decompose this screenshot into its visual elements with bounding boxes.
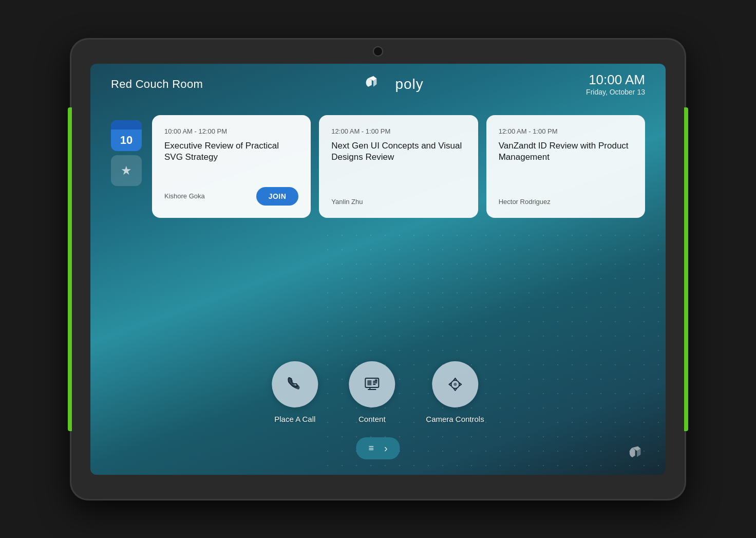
- favorites-icon[interactable]: ★: [111, 155, 142, 186]
- meeting-organizer-0: Kishore Goka: [164, 192, 205, 200]
- meeting-card-0: 10:00 AM - 12:00 PM Executive Review of …: [152, 115, 311, 218]
- meeting-organizer-1: Yanlin Zhu: [331, 198, 363, 206]
- camera-move-icon: [446, 375, 464, 394]
- action-buttons-container: Place A Call Content: [272, 361, 484, 423]
- content-label: Content: [358, 415, 386, 423]
- calendar-body: 10: [111, 129, 142, 151]
- place-a-call-circle: [272, 361, 318, 407]
- meeting-cards-container: 10:00 AM - 12:00 PM Executive Review of …: [152, 115, 645, 218]
- calendar-day-number: 10: [120, 134, 133, 147]
- header: Red Couch Room poly 10:00 AM Friday, Oct…: [90, 64, 666, 105]
- screen: Red Couch Room poly 10:00 AM Friday, Oct…: [90, 64, 666, 475]
- content-share-icon: [363, 375, 381, 394]
- date-display: Friday, October 13: [586, 88, 645, 96]
- phone-icon: [286, 375, 304, 394]
- meeting-footer-2: Hector Rodriguez: [499, 198, 633, 206]
- meeting-title-2: VanZandt ID Review with Product Manageme…: [499, 140, 633, 163]
- meeting-title-1: Next Gen UI Concepts and Visual Designs …: [331, 140, 465, 163]
- room-name: Red Couch Room: [111, 78, 203, 91]
- meeting-footer-1: Yanlin Zhu: [331, 198, 465, 206]
- meeting-time-0: 10:00 AM - 12:00 PM: [164, 127, 298, 135]
- camera-controls-action[interactable]: Camera Controls: [426, 361, 484, 423]
- place-a-call-action[interactable]: Place A Call: [272, 361, 318, 423]
- menu-icon[interactable]: ≡: [368, 443, 374, 454]
- content-circle: [349, 361, 395, 407]
- meeting-card-1: 12:00 AM - 1:00 PM Next Gen UI Concepts …: [319, 115, 478, 218]
- time-display: 10:00 AM: [586, 72, 645, 88]
- meeting-footer-0: Kishore Goka JOIN: [164, 187, 298, 206]
- meeting-organizer-2: Hector Rodriguez: [499, 198, 551, 206]
- calendar-header-bar: [111, 120, 142, 129]
- poly-watermark: [629, 446, 647, 462]
- camera: [373, 46, 383, 57]
- place-a-call-label: Place A Call: [274, 415, 315, 423]
- bottom-bar: ≡ ›: [356, 437, 400, 459]
- calendar-sidebar: 10 ★: [111, 120, 144, 186]
- poly-brand-text: poly: [395, 76, 423, 92]
- camera-controls-circle: [432, 361, 478, 407]
- calendar-icon[interactable]: 10: [111, 120, 142, 151]
- meeting-time-2: 12:00 AM - 1:00 PM: [499, 127, 633, 135]
- poly-logo-icon: [365, 76, 390, 92]
- time-area: 10:00 AM Friday, October 13: [586, 72, 645, 96]
- svg-point-4: [453, 383, 457, 386]
- chevron-icon[interactable]: ›: [384, 442, 388, 454]
- poly-watermark-icon: [629, 446, 647, 460]
- device-frame: Red Couch Room poly 10:00 AM Friday, Oct…: [70, 38, 686, 500]
- meeting-title-0: Executive Review of Practical SVG Strate…: [164, 140, 298, 163]
- svg-rect-1: [367, 380, 371, 385]
- camera-controls-label: Camera Controls: [426, 415, 484, 423]
- join-button-0[interactable]: JOIN: [256, 187, 299, 206]
- meeting-time-1: 12:00 AM - 1:00 PM: [331, 127, 465, 135]
- content-action[interactable]: Content: [349, 361, 395, 423]
- poly-logo: poly: [365, 76, 423, 92]
- meeting-card-2: 12:00 AM - 1:00 PM VanZandt ID Review wi…: [486, 115, 645, 218]
